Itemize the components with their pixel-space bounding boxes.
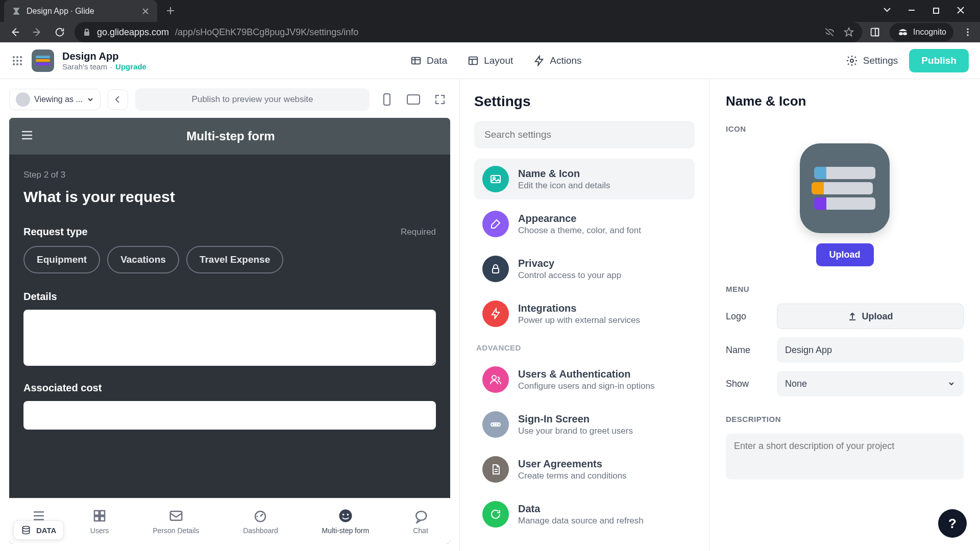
browser-menu-icon[interactable] <box>963 27 973 37</box>
refresh-icon <box>482 501 509 528</box>
show-label: Show <box>726 379 767 389</box>
tab-title: Design App · Glide <box>27 7 136 16</box>
settings-item-privacy[interactable]: PrivacyControl access to your app <box>474 248 695 289</box>
tab-dashboard[interactable]: Dashboard <box>243 508 278 535</box>
incognito-icon <box>897 26 909 38</box>
nav-data[interactable]: Data <box>410 55 447 66</box>
back-button[interactable] <box>7 24 22 40</box>
svg-point-8 <box>13 56 15 58</box>
step-indicator: Step 2 of 3 <box>23 170 436 180</box>
hamburger-icon[interactable] <box>20 129 34 144</box>
window-controls <box>881 5 976 22</box>
incognito-indicator[interactable]: Incognito <box>890 23 953 41</box>
chip-equipment[interactable]: Equipment <box>23 246 100 273</box>
help-button[interactable]: ? <box>938 509 967 538</box>
tabs-dropdown-button[interactable] <box>881 5 893 17</box>
tab-person-details[interactable]: Person Details <box>153 508 199 535</box>
settings-item-appearance[interactable]: AppearanceChoose a theme, color, and fon… <box>474 204 695 244</box>
users-icon <box>482 366 509 393</box>
chip-vacations[interactable]: Vacations <box>107 246 179 273</box>
svg-point-14 <box>13 63 15 65</box>
eye-off-icon[interactable] <box>824 27 835 37</box>
settings-item-users-auth[interactable]: Users & AuthenticationConfigure users an… <box>474 359 695 400</box>
tab-chat[interactable]: Chat <box>413 508 428 535</box>
settings-search-input[interactable] <box>474 121 695 148</box>
new-tab-button[interactable] <box>161 2 180 20</box>
request-type-label: Request type <box>23 226 88 238</box>
settings-item-data[interactable]: DataManage data source and refresh <box>474 494 695 535</box>
incognito-label: Incognito <box>913 28 946 37</box>
settings-item-signin-screen[interactable]: Sign-In ScreenUse your brand to greet us… <box>474 404 695 445</box>
expand-preview-button[interactable] <box>430 89 450 110</box>
svg-rect-20 <box>384 94 390 105</box>
forward-button[interactable] <box>30 24 45 40</box>
svg-point-13 <box>20 60 22 62</box>
minimize-button[interactable] <box>905 5 918 17</box>
browser-address-bar: go.glideapps.com/app/sHoQEhK79BCg8pugJV9… <box>0 22 980 42</box>
chip-travel-expense[interactable]: Travel Expense <box>186 246 283 273</box>
tablet-preview-button[interactable] <box>403 89 424 110</box>
svg-point-38 <box>495 424 496 425</box>
gear-icon <box>846 55 858 67</box>
close-window-button[interactable] <box>954 5 967 17</box>
apps-grid-icon[interactable] <box>11 55 23 67</box>
detail-column: Name & Icon ICON Upload MENU Logo Upload <box>709 79 980 551</box>
cost-input[interactable] <box>23 401 436 430</box>
svg-point-28 <box>339 509 352 522</box>
tab-multi-step-form[interactable]: Multi-step form <box>322 508 370 535</box>
svg-point-10 <box>20 56 22 58</box>
svg-point-9 <box>16 56 18 58</box>
app-icon <box>32 49 54 72</box>
chevron-down-icon <box>87 96 94 103</box>
svg-point-15 <box>16 63 18 65</box>
svg-rect-25 <box>100 516 105 521</box>
image-icon <box>482 166 509 192</box>
settings-column: Settings Name & IconEdit the icon and de… <box>459 79 709 551</box>
advanced-header: ADVANCED <box>476 343 695 352</box>
upgrade-link[interactable]: Upgrade <box>115 62 146 71</box>
svg-rect-17 <box>412 57 421 64</box>
maximize-button[interactable] <box>930 5 942 17</box>
database-icon <box>21 525 31 535</box>
svg-point-3 <box>899 32 903 35</box>
details-textarea[interactable] <box>23 310 436 366</box>
bolt-icon <box>482 300 509 327</box>
logo-label: Logo <box>726 311 767 322</box>
show-select[interactable]: None <box>777 371 964 396</box>
settings-item-user-agreements[interactable]: User AgreementsCreate terms and conditio… <box>474 449 695 490</box>
preview-hint: Publish to preview your website <box>135 88 370 111</box>
svg-point-7 <box>967 34 968 36</box>
description-textarea[interactable] <box>726 434 964 480</box>
settings-item-name-icon[interactable]: Name & IconEdit the icon and details <box>474 159 695 199</box>
nav-layout[interactable]: Layout <box>468 55 513 66</box>
name-label: Name <box>726 345 767 356</box>
data-pill[interactable]: DATA <box>13 520 64 540</box>
viewing-as-selector[interactable]: Viewing as ... <box>9 89 101 110</box>
bookmark-star-icon[interactable] <box>844 27 854 37</box>
app-name: Design App <box>62 51 146 62</box>
svg-point-12 <box>16 60 18 62</box>
svg-rect-2 <box>875 29 878 36</box>
preview-back-button[interactable] <box>108 89 128 110</box>
name-input[interactable] <box>777 337 964 363</box>
svg-point-37 <box>493 424 494 425</box>
svg-rect-18 <box>469 57 478 64</box>
mobile-preview-button[interactable] <box>377 89 397 110</box>
tab-users[interactable]: Users <box>90 508 109 535</box>
nav-actions[interactable]: Actions <box>533 55 581 66</box>
url-input[interactable]: go.glideapps.com/app/sHoQEhK79BCg8pugJV9… <box>75 22 862 42</box>
settings-button[interactable]: Settings <box>846 55 898 67</box>
extensions-icon[interactable] <box>869 27 880 38</box>
bottom-tabs: ort Users Person Details Dashboard Multi… <box>9 498 450 544</box>
browser-tab[interactable]: Design App · Glide <box>4 0 157 22</box>
upload-icon-button[interactable]: Upload <box>816 243 874 266</box>
settings-item-integrations[interactable]: IntegrationsPower up with external servi… <box>474 293 695 334</box>
publish-button[interactable]: Publish <box>909 49 969 72</box>
logo-upload-button[interactable]: Upload <box>777 304 964 329</box>
reload-button[interactable] <box>52 24 67 40</box>
close-tab-button[interactable] <box>141 7 150 16</box>
description-section-label: DESCRIPTION <box>726 415 964 423</box>
lock-icon <box>83 28 91 36</box>
table-icon <box>410 55 422 66</box>
document-icon <box>482 456 509 483</box>
